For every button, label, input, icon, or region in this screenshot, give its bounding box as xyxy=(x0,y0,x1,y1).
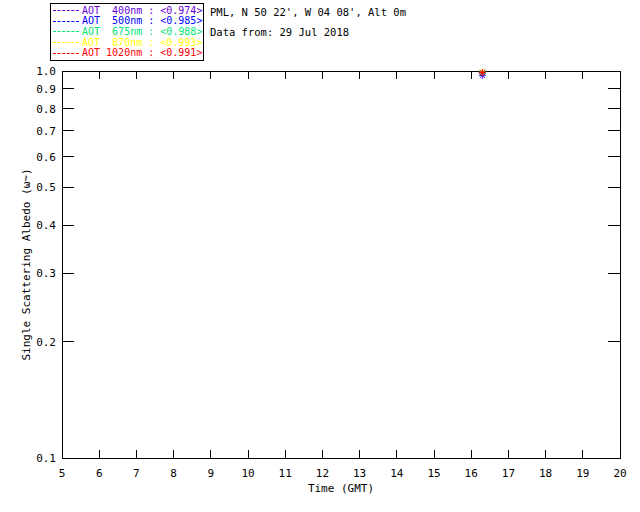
x-tick-label: 17 xyxy=(502,467,515,480)
plot-frame xyxy=(62,71,620,458)
legend-entry-label: AOT 675nm : <0.988> xyxy=(82,27,202,37)
legend-entry: AOT 500nm : <0.985> xyxy=(53,16,201,26)
legend-entry-label: AOT 500nm : <0.985> xyxy=(82,16,202,26)
legend-dash-line xyxy=(53,31,79,32)
legend-entry: AOT 1020nm : <0.991> xyxy=(53,48,201,58)
legend-entry-label: AOT 400nm : <0.974> xyxy=(82,6,202,16)
y-tick-label: 0.5 xyxy=(36,181,56,194)
data-date: Data from: 29 Jul 2018 xyxy=(210,26,349,38)
station-title: PML, N 50 22', W 04 08', Alt 0m xyxy=(210,6,406,18)
y-tick-label: 0.7 xyxy=(36,125,56,138)
x-tick-label: 5 xyxy=(59,467,66,480)
legend-dash-line xyxy=(53,21,79,22)
legend-entry: AOT 675nm : <0.988> xyxy=(53,27,201,37)
legend-entry: AOT 400nm : <0.974> xyxy=(53,6,201,16)
x-tick-label: 12 xyxy=(316,467,329,480)
x-tick-label: 7 xyxy=(133,467,140,480)
legend-box: AOT 400nm : <0.974>AOT 500nm : <0.985>AO… xyxy=(50,3,204,61)
y-tick-label: 0.6 xyxy=(36,151,56,164)
y-tick-label: 0.9 xyxy=(36,83,56,96)
x-axis-title: Time (GMT) xyxy=(308,482,374,495)
y-tick-label: 0.2 xyxy=(36,336,56,349)
y-tick-label: 0.1 xyxy=(36,452,56,465)
x-tick-label: 16 xyxy=(465,467,478,480)
x-tick-label: 20 xyxy=(613,467,626,480)
x-tick-label: 15 xyxy=(427,467,440,480)
x-tick-label: 6 xyxy=(96,467,103,480)
y-tick-label: 0.4 xyxy=(36,219,56,232)
ssa-chart: 5678910111213141516171819201.00.90.80.70… xyxy=(0,0,640,512)
x-tick-label: 14 xyxy=(390,467,404,480)
legend-dash-line xyxy=(53,42,79,43)
y-tick-label: 0.8 xyxy=(36,103,56,116)
x-tick-label: 10 xyxy=(241,467,254,480)
data-point-marker xyxy=(479,69,486,76)
y-tick-label: 1.0 xyxy=(36,65,56,78)
legend-entry: AOT 870nm : <0.993> xyxy=(53,38,201,48)
x-tick-label: 13 xyxy=(353,467,366,480)
legend-dash-line xyxy=(53,53,79,54)
x-tick-label: 8 xyxy=(170,467,177,480)
legend-entry-label: AOT 870nm : <0.993> xyxy=(82,38,202,48)
ssa-plot-page: AOT 400nm : <0.974>AOT 500nm : <0.985>AO… xyxy=(0,0,640,512)
y-tick-label: 0.3 xyxy=(36,267,56,280)
x-tick-label: 18 xyxy=(539,467,552,480)
y-axis-title: Single Scattering Albedo (ω~) xyxy=(20,168,33,360)
x-tick-label: 9 xyxy=(207,467,214,480)
x-tick-label: 11 xyxy=(279,467,292,480)
legend-entry-label: AOT 1020nm : <0.991> xyxy=(82,48,202,58)
x-tick-label: 19 xyxy=(576,467,589,480)
legend-dash-line xyxy=(53,10,79,11)
